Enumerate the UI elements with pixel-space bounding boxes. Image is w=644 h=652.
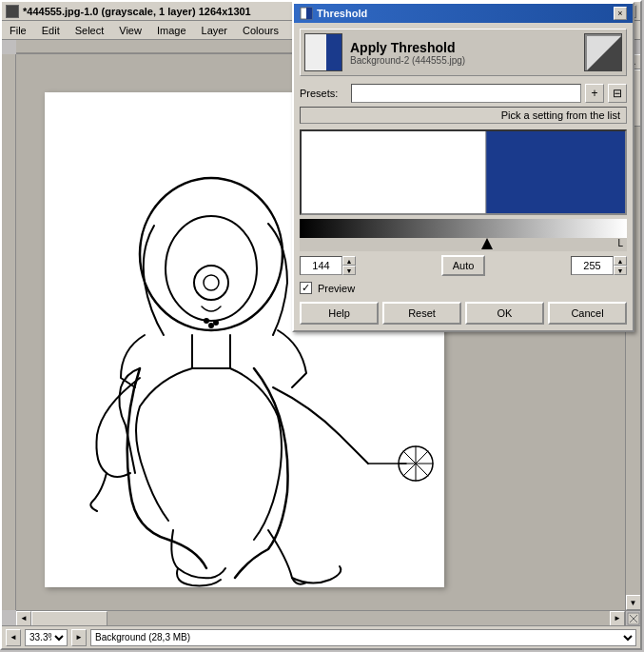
- menu-view[interactable]: View: [111, 21, 149, 39]
- svg-point-2: [166, 216, 257, 321]
- hscroll-thumb[interactable]: [31, 611, 107, 626]
- dialog-main-title: Apply Threshold: [350, 40, 576, 55]
- statusbar: ◄ 33.3% 25% 50% 100% ► Background (28,3 …: [2, 625, 640, 648]
- high-spin-buttons: ▲ ▼: [614, 256, 627, 275]
- presets-row: Presets: + ⊟: [300, 84, 627, 103]
- preview-row: ✓ Preview: [300, 282, 627, 294]
- dialog-body: Apply Threshold Background-2 (444555.jpg…: [294, 23, 633, 330]
- dialog-subtitle: Background-2 (444555.jpg): [350, 55, 576, 66]
- svg-rect-23: [302, 131, 486, 213]
- help-button[interactable]: Help: [300, 302, 379, 325]
- svg-point-5: [205, 319, 208, 323]
- cancel-button[interactable]: Cancel: [548, 302, 627, 325]
- svg-rect-19: [305, 34, 326, 70]
- svg-rect-24: [486, 131, 625, 213]
- zoom-select[interactable]: 33.3% 25% 50% 100%: [25, 629, 68, 646]
- svg-point-1: [140, 178, 283, 330]
- hscroll-track: [31, 611, 610, 626]
- slider-right-label: L: [617, 238, 623, 248]
- menu-select[interactable]: Select: [68, 21, 112, 39]
- buttons-row: Help Reset OK Cancel: [300, 302, 627, 325]
- hscrollbar: ◄ ►: [16, 610, 625, 625]
- menu-colours[interactable]: Colours: [235, 21, 286, 39]
- low-spin-buttons: ▲ ▼: [342, 256, 356, 275]
- dialog-close-button[interactable]: ×: [614, 7, 627, 20]
- preview-checkbox[interactable]: ✓: [300, 282, 312, 294]
- svg-point-6: [209, 324, 213, 327]
- threshold-dialog: Threshold × Apply Threshold Background-2…: [292, 2, 634, 332]
- histogram-container: [300, 129, 627, 215]
- high-spin-up[interactable]: ▲: [614, 256, 627, 266]
- low-spin-down[interactable]: ▼: [342, 266, 356, 275]
- svg-rect-20: [326, 34, 342, 70]
- menu-file[interactable]: File: [2, 21, 34, 39]
- svg-point-7: [214, 321, 218, 325]
- hint-bar: Pick a setting from the list: [300, 107, 627, 124]
- hscroll-right-button[interactable]: ►: [610, 611, 625, 626]
- menu-layer[interactable]: Layer: [194, 21, 236, 39]
- checkmark-icon: ✓: [302, 282, 310, 294]
- hint-text: Pick a setting from the list: [501, 109, 620, 121]
- statusbar-zoom-left[interactable]: ◄: [6, 629, 21, 646]
- gimp-window: *444555.jpg-1.0 (grayscale, 1 layer) 126…: [0, 0, 642, 650]
- dialog-header: Apply Threshold Background-2 (444555.jpg…: [300, 29, 627, 76]
- dialog-titlebar: Threshold ×: [294, 4, 633, 23]
- reset-button[interactable]: Reset: [382, 302, 461, 325]
- statusbar-zoom-right[interactable]: ►: [71, 629, 87, 646]
- gradient-bar: [300, 219, 627, 238]
- hscroll-left-button[interactable]: ◄: [16, 611, 31, 626]
- threshold-low-input[interactable]: [300, 256, 342, 275]
- app-icon: [6, 5, 19, 18]
- layer-select[interactable]: Background (28,3 MB): [90, 629, 636, 646]
- preview-label: Preview: [318, 283, 355, 294]
- slider-triangle[interactable]: [481, 238, 493, 249]
- ruler-left: [2, 54, 16, 610]
- dialog-title-container: Threshold: [300, 7, 367, 20]
- window-title: *444555.jpg-1.0 (grayscale, 1 layer) 126…: [23, 6, 251, 17]
- svg-point-3: [194, 266, 228, 300]
- ok-button[interactable]: OK: [465, 302, 544, 325]
- dialog-corner-icon: [584, 33, 622, 71]
- manage-preset-button[interactable]: ⊟: [608, 84, 627, 103]
- high-value-group: ▲ ▼: [571, 256, 627, 275]
- dialog-header-icon: [304, 33, 342, 71]
- menu-edit[interactable]: Edit: [34, 21, 68, 39]
- low-spin-up[interactable]: ▲: [342, 256, 356, 266]
- svg-point-4: [204, 275, 219, 290]
- menu-image[interactable]: Image: [149, 21, 194, 39]
- value-inputs-row: ▲ ▼ Auto ▲ ▼: [300, 255, 627, 276]
- dialog-title-text: Threshold: [317, 8, 367, 19]
- histogram-svg: [302, 131, 625, 213]
- vscroll-down-button[interactable]: ▼: [626, 595, 641, 610]
- high-spin-down[interactable]: ▼: [614, 266, 627, 275]
- threshold-high-input[interactable]: [571, 256, 614, 275]
- dialog-header-content: Apply Threshold Background-2 (444555.jpg…: [350, 40, 576, 66]
- dialog-title-icon: [300, 7, 313, 20]
- auto-button[interactable]: Auto: [441, 255, 486, 276]
- low-value-group: ▲ ▼: [300, 256, 356, 275]
- presets-label: Presets:: [300, 88, 347, 99]
- presets-input[interactable]: [351, 84, 581, 103]
- menu-items: File Edit Select View Image Layer Colour…: [2, 21, 326, 39]
- scrollbar-corner: [625, 610, 640, 625]
- svg-rect-17: [306, 8, 312, 19]
- add-preset-button[interactable]: +: [585, 84, 604, 103]
- slider-container: L: [300, 238, 627, 251]
